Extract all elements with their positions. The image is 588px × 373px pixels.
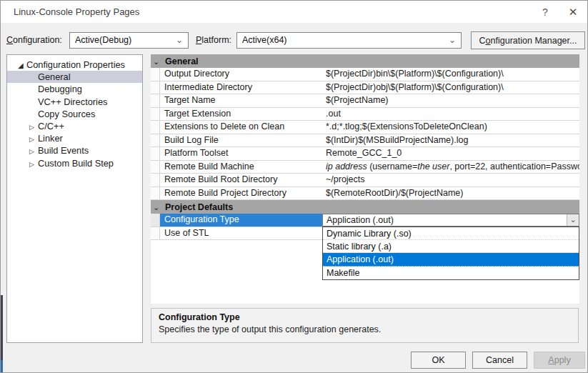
cancel-button[interactable]: Cancel bbox=[472, 352, 527, 369]
description-title: Configuration Type bbox=[159, 312, 571, 322]
section-header-general[interactable]: ⌄General bbox=[151, 54, 579, 68]
property-row: Platform ToolsetRemote_GCC_1_0 bbox=[151, 147, 579, 161]
value-fragment: ip address bbox=[326, 161, 367, 171]
platform-label: Platform: bbox=[196, 35, 231, 45]
row-gutter bbox=[151, 227, 160, 240]
configuration-manager-button[interactable]: Configuration Manager... bbox=[471, 31, 585, 49]
row-gutter bbox=[151, 94, 160, 107]
configuration-dropdown-value: Active(Debug) bbox=[75, 35, 131, 45]
description-box: Configuration Type Specifies the type of… bbox=[151, 308, 579, 343]
tree-item-label: Configuration Properties bbox=[26, 59, 125, 70]
configuration-type-dropdown-list: Dynamic Library (.so)Static library (.a)… bbox=[322, 227, 579, 280]
property-name[interactable]: Extensions to Delete on Clean bbox=[160, 121, 322, 134]
property-row: Output Directory$(ProjectDir)bin\$(Platf… bbox=[151, 68, 579, 81]
property-row: Build Log File$(IntDir)$(MSBuildProjectN… bbox=[151, 134, 579, 148]
tree-item-label: Copy Sources bbox=[38, 109, 95, 119]
property-name[interactable]: Remote Build Machine bbox=[160, 161, 322, 174]
sidebar-item-copy-sources[interactable]: Copy Sources bbox=[7, 108, 142, 120]
property-name[interactable]: Intermediate Directory bbox=[160, 81, 322, 94]
sidebar-item-c-c-[interactable]: ▷C/C++ bbox=[7, 120, 142, 132]
property-name[interactable]: Output Directory bbox=[160, 68, 322, 81]
property-value[interactable]: *.d;*.tlog;$(ExtensionsToDeleteOnClean) bbox=[322, 121, 579, 134]
property-grid: ⌄GeneralOutput Directory$(ProjectDir)bin… bbox=[151, 54, 579, 304]
property-name[interactable]: Remote Build Project Directory bbox=[160, 187, 322, 200]
tree-expanded-icon[interactable]: ◢ bbox=[18, 59, 26, 71]
sidebar-item-configuration-properties[interactable]: ◢Configuration Properties bbox=[7, 59, 142, 71]
tree-item-label: Linker bbox=[38, 133, 63, 144]
configuration-dropdown[interactable]: Active(Debug) ⌄ bbox=[69, 32, 189, 49]
property-row: Remote Build Machineip address (username… bbox=[151, 161, 579, 174]
property-row: Target Name$(ProjectName) bbox=[151, 94, 579, 108]
row-gutter bbox=[151, 81, 160, 94]
property-value[interactable]: $(IntDir)$(MSBuildProjectName).log bbox=[322, 134, 579, 147]
chevron-down-icon: ⌄ bbox=[153, 58, 161, 65]
row-gutter bbox=[151, 174, 160, 186]
property-row: Remote Build Project Directory$(RemoteRo… bbox=[151, 187, 579, 201]
property-row: Configuration TypeApplication (.out)⌄ bbox=[151, 214, 579, 227]
property-value[interactable]: $(ProjectDir)bin\$(Platform)\$(Configura… bbox=[322, 68, 579, 81]
row-gutter bbox=[151, 161, 160, 174]
value-fragment: (username= bbox=[367, 161, 418, 171]
background-window-edge-accent bbox=[1, 360, 3, 373]
sidebar-item-debugging[interactable]: Debugging bbox=[7, 83, 142, 95]
platform-dropdown[interactable]: Active(x64) ⌄ bbox=[236, 32, 462, 49]
tree-item-label: C/C++ bbox=[38, 121, 64, 131]
property-value[interactable]: $(ProjectName) bbox=[322, 94, 579, 107]
dropdown-item[interactable]: Makefile bbox=[323, 267, 579, 279]
property-value[interactable]: Remote_GCC_1_0 bbox=[322, 147, 579, 160]
ok-button[interactable]: OK bbox=[411, 352, 466, 369]
sidebar-item-general[interactable]: General bbox=[7, 71, 142, 83]
tree-item-label: VC++ Directories bbox=[38, 96, 107, 107]
property-value[interactable]: .out bbox=[322, 108, 579, 121]
tree-item-label: Custom Build Step bbox=[38, 158, 114, 169]
dropdown-item[interactable]: Static library (.a) bbox=[323, 240, 579, 253]
row-gutter bbox=[151, 121, 160, 134]
tree-item-label: General bbox=[38, 71, 71, 82]
property-value[interactable]: ip address (username=the user, port=22, … bbox=[322, 161, 579, 174]
property-row: Intermediate Directory$(ProjectDir)obj\$… bbox=[151, 81, 579, 95]
section-title: Project Defaults bbox=[165, 202, 233, 212]
property-name[interactable]: Build Log File bbox=[160, 134, 322, 147]
chevron-down-icon: ⌄ bbox=[449, 33, 456, 47]
chevron-down-icon: ⌄ bbox=[153, 204, 161, 211]
combobox-value: Application (.out) bbox=[327, 215, 394, 225]
close-icon[interactable]: ✕ bbox=[562, 4, 584, 21]
property-row: Target Extension.out bbox=[151, 108, 579, 121]
window-title: Linux-Console Property Pages bbox=[14, 6, 139, 17]
configuration-label: Configuration: bbox=[6, 35, 62, 45]
property-name[interactable]: Target Name bbox=[160, 94, 322, 107]
chevron-down-icon: ⌄ bbox=[176, 33, 183, 47]
row-gutter bbox=[151, 187, 160, 200]
sidebar-item-linker[interactable]: ▷Linker bbox=[7, 132, 142, 144]
property-row: Extensions to Delete on Clean*.d;*.tlog;… bbox=[151, 121, 579, 134]
section-header-project-defaults[interactable]: ⌄Project Defaults bbox=[151, 200, 579, 214]
sidebar-item-build-events[interactable]: ▷Build Events bbox=[7, 144, 142, 156]
row-gutter bbox=[151, 134, 160, 147]
configuration-tree: ◢Configuration PropertiesGeneralDebuggin… bbox=[6, 54, 143, 343]
sidebar-item-custom-build-step[interactable]: ▷Custom Build Step bbox=[7, 157, 142, 169]
property-value[interactable]: $(ProjectDir)obj\$(Platform)\$(Configura… bbox=[322, 81, 579, 94]
tree-collapsed-icon[interactable]: ▷ bbox=[29, 159, 38, 171]
property-value[interactable]: $(RemoteRootDir)/$(ProjectName) bbox=[322, 187, 579, 200]
tree-item-label: Debugging bbox=[38, 84, 82, 94]
value-fragment: the user bbox=[417, 161, 449, 171]
property-name[interactable]: Platform Toolset bbox=[160, 147, 322, 160]
chevron-down-icon[interactable]: ⌄ bbox=[567, 214, 579, 226]
property-name[interactable]: Remote Build Root Directory bbox=[160, 174, 322, 186]
sidebar-item-vc-directories[interactable]: VC++ Directories bbox=[7, 96, 142, 108]
tree-item-label: Build Events bbox=[38, 145, 89, 156]
dropdown-item[interactable]: Dynamic Library (.so) bbox=[323, 227, 579, 240]
description-text: Specifies the type of output this config… bbox=[159, 324, 571, 334]
row-gutter bbox=[151, 108, 160, 121]
apply-button[interactable]: Apply bbox=[534, 352, 585, 369]
value-fragment: , port=22, authentication=Password bbox=[449, 161, 579, 171]
row-gutter bbox=[151, 147, 160, 160]
help-icon[interactable]: ? bbox=[536, 4, 554, 20]
property-name[interactable]: Use of STL bbox=[160, 227, 322, 240]
dropdown-item[interactable]: Application (.out) bbox=[323, 253, 579, 266]
property-value[interactable]: Application (.out)⌄ bbox=[322, 214, 579, 227]
property-name[interactable]: Configuration Type bbox=[160, 214, 322, 227]
property-value[interactable]: ~/projects bbox=[322, 174, 579, 186]
property-name[interactable]: Target Extension bbox=[160, 108, 322, 121]
platform-dropdown-value: Active(x64) bbox=[242, 35, 287, 45]
